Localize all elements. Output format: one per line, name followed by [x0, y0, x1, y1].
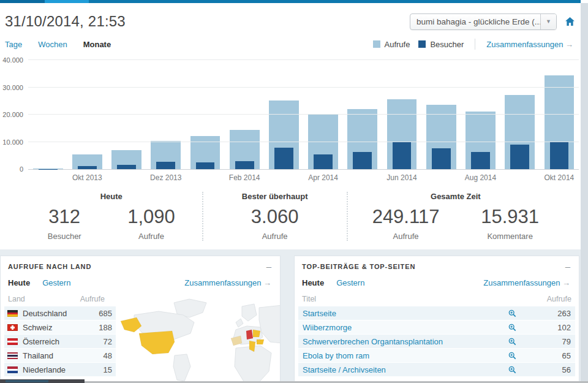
country-name: Niederlande [23, 365, 104, 374]
country-name: Deutschland [23, 309, 99, 318]
visitors-bar [156, 162, 175, 169]
stat-items: 312Besucher1,090Aufrufe [24, 206, 198, 241]
post-views: 79 [518, 337, 571, 346]
country-row: Schweiz188 [4, 320, 116, 334]
page-header: 31/10/2014, 21:53 bumi bahagia - glückli… [0, 3, 581, 32]
collapse-button[interactable]: – [565, 264, 570, 270]
chart-toolbar: TageWochenMonate AufrufeBesucher Zusamme… [0, 32, 581, 55]
visitors-bar [471, 152, 490, 169]
flag-icon-ch [7, 324, 18, 331]
visitors-bar [78, 166, 97, 169]
post-title-link[interactable]: Startseite / Archivseiten [303, 365, 508, 374]
tab-monate[interactable]: Monate [83, 40, 111, 49]
arrow-right-icon: → [263, 278, 271, 287]
countries-tab-heute[interactable]: Heute [8, 278, 30, 287]
flag-icon-at [7, 338, 18, 345]
bar-group-jan-2014[interactable] [186, 61, 225, 169]
bar-group-apr-2014[interactable] [304, 61, 343, 169]
arrow-right-icon: → [562, 278, 570, 287]
country-tab-group: HeuteGestern [8, 278, 70, 287]
bar-group-jul-2014[interactable] [421, 61, 461, 169]
country-panel-title: AUFRUFE NACH LAND [8, 263, 91, 270]
window-bottom-bar-segment [6, 380, 48, 382]
post-row: Schwerverbrechen Organtansplantation79 [298, 335, 575, 348]
stat-value: 1,090 [127, 206, 175, 228]
arrow-right-icon: → [565, 40, 573, 49]
legend-divider [475, 39, 475, 50]
bar-group-mär-2014[interactable] [264, 61, 303, 169]
visitors-bar [510, 145, 529, 169]
stat-group-2: Bester überhaupt3.060Aufrufe [202, 192, 347, 241]
country-name: Österreich [23, 337, 104, 346]
world-map-svg [116, 294, 280, 383]
post-views: 263 [518, 309, 571, 318]
legend-item-besucher: Besucher [418, 40, 464, 49]
country-views: 188 [99, 323, 112, 332]
collapse-button[interactable]: – [266, 264, 271, 270]
stat-value: 312 [48, 206, 81, 228]
tab-wochen[interactable]: Wochen [38, 40, 67, 49]
x-axis-tick-label: Dez 2013 [150, 173, 181, 182]
bar-group-dez-2013[interactable] [146, 61, 186, 169]
y-axis-tick-label: 40.000 [0, 56, 23, 64]
bar-group-feb-2014[interactable] [225, 61, 264, 169]
country-panel-tabs: HeuteGestern Zusammenfassungen → [1, 273, 280, 293]
bar-group-okt-2014[interactable] [540, 61, 579, 169]
home-button[interactable] [565, 17, 575, 26]
stat-label: Besucher [48, 232, 81, 241]
summaries-link-posts[interactable]: Zusammenfassungen → [483, 278, 570, 287]
scrollbar[interactable] [581, 3, 588, 383]
posts-tab-heute[interactable]: Heute [302, 278, 324, 287]
bar-group-okt-2013[interactable] [67, 61, 107, 169]
stat-item: 249.117Aufrufe [372, 206, 440, 241]
magnifier-zoom-icon[interactable] [508, 338, 518, 346]
post-title-link[interactable]: Schwerverbrechen Organtansplantation [303, 337, 508, 346]
visitors-bar [117, 165, 136, 169]
stat-item: 3.060Aufrufe [251, 206, 299, 241]
summaries-link-chart[interactable]: Zusammenfassungen → [486, 40, 573, 49]
post-views: 56 [518, 365, 571, 374]
posts-tab-gestern[interactable]: Gestern [336, 278, 364, 287]
views-by-country-panel: AUFRUFE NACH LAND – HeuteGestern Zusamme… [0, 256, 281, 383]
bar-group-mai-2014[interactable] [343, 61, 382, 169]
post-row: Wiiberzmorge102 [298, 320, 575, 334]
chevron-down-icon[interactable]: ▼ [540, 14, 556, 29]
post-row: Ebola by thom ram65 [298, 349, 575, 362]
post-views: 102 [518, 323, 571, 332]
bar-group-sep-2013[interactable] [28, 61, 67, 169]
stat-items: 3.060Aufrufe [207, 206, 343, 241]
country-name: Schweiz [23, 323, 99, 332]
site-selector-area: bumi bahagia - glückliche Erde (... ▼ [410, 13, 575, 30]
magnifier-zoom-icon[interactable] [508, 324, 518, 332]
column-header-titel: Titel [302, 295, 316, 303]
post-title-link[interactable]: Wiiberzmorge [303, 323, 508, 332]
bar-group-jun-2014[interactable] [382, 61, 421, 169]
stat-group-1: Heute312Besucher1,090Aufrufe [21, 192, 202, 241]
stat-value: 3.060 [251, 206, 299, 228]
countries-tab-gestern[interactable]: Gestern [42, 278, 70, 287]
site-select-dropdown[interactable]: bumi bahagia - glückliche Erde (... ▼ [410, 13, 557, 30]
summaries-link-countries[interactable]: Zusammenfassungen → [184, 278, 271, 287]
stat-item: 15.931Kommentare [481, 206, 539, 241]
country-views: 15 [104, 365, 112, 374]
tab-tage[interactable]: Tage [5, 40, 22, 49]
chart-x-axis-labels: Okt 2013Dez 2013Feb 2014Apr 2014Jun 2014… [28, 173, 579, 183]
bar-group-aug-2014[interactable] [461, 61, 500, 169]
magnifier-zoom-icon[interactable] [508, 366, 518, 374]
chart-plot-area: 010.00020.00030.00040.000 [28, 61, 579, 170]
stat-label: Kommentare [481, 232, 539, 241]
visitors-bar [314, 154, 333, 169]
bar-group-sep-2014[interactable] [500, 61, 540, 169]
bar-group-nov-2013[interactable] [107, 61, 146, 169]
magnifier-zoom-icon[interactable] [508, 352, 518, 360]
stat-group-title: Heute [24, 192, 198, 201]
post-title-link[interactable]: Startseite [303, 309, 508, 318]
site-select-value: bumi bahagia - glückliche Erde (... [410, 14, 540, 29]
y-axis-tick-label: 0 [0, 165, 23, 173]
stats-page: 31/10/2014, 21:53 bumi bahagia - glückli… [0, 3, 581, 251]
magnifier-zoom-icon[interactable] [508, 309, 518, 317]
panels-row: AUFRUFE NACH LAND – HeuteGestern Zusamme… [0, 256, 579, 383]
summaries-link-label: Zusammenfassungen [483, 278, 560, 287]
post-title-link[interactable]: Ebola by thom ram [303, 351, 508, 360]
country-views: 685 [99, 309, 112, 318]
